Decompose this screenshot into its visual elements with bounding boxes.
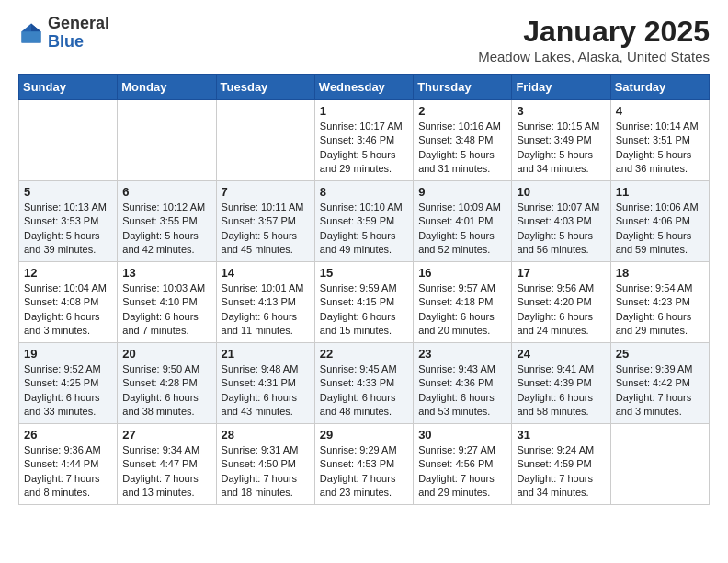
calendar-cell: 23Sunrise: 9:43 AM Sunset: 4:36 PM Dayli… xyxy=(414,343,512,424)
weekday-header-friday: Friday xyxy=(512,75,610,100)
day-info: Sunrise: 9:50 AM Sunset: 4:28 PM Dayligh… xyxy=(122,362,210,419)
day-number: 24 xyxy=(517,347,605,361)
calendar-cell: 22Sunrise: 9:45 AM Sunset: 4:33 PM Dayli… xyxy=(314,343,413,424)
day-info: Sunrise: 9:41 AM Sunset: 4:39 PM Dayligh… xyxy=(517,362,605,419)
day-number: 18 xyxy=(616,266,704,280)
logo-icon xyxy=(18,20,44,46)
day-number: 21 xyxy=(222,347,310,361)
day-number: 2 xyxy=(418,104,506,118)
day-info: Sunrise: 10:15 AM Sunset: 3:49 PM Daylig… xyxy=(517,120,605,177)
day-info: Sunrise: 9:27 AM Sunset: 4:56 PM Dayligh… xyxy=(418,443,506,500)
day-info: Sunrise: 9:54 AM Sunset: 4:23 PM Dayligh… xyxy=(616,282,704,339)
title-area: January 2025 Meadow Lakes, Alaska, Unite… xyxy=(478,15,710,64)
day-info: Sunrise: 9:34 AM Sunset: 4:47 PM Dayligh… xyxy=(122,443,210,500)
day-number: 10 xyxy=(517,185,605,199)
calendar-cell: 13Sunrise: 10:03 AM Sunset: 4:10 PM Dayl… xyxy=(118,262,216,343)
calendar-cell: 3Sunrise: 10:15 AM Sunset: 3:49 PM Dayli… xyxy=(512,100,610,181)
logo: General Blue xyxy=(18,15,109,52)
day-number: 30 xyxy=(418,428,506,442)
calendar-cell: 24Sunrise: 9:41 AM Sunset: 4:39 PM Dayli… xyxy=(512,343,610,424)
day-number: 11 xyxy=(616,185,704,199)
location: Meadow Lakes, Alaska, United States xyxy=(478,49,710,64)
day-info: Sunrise: 9:36 AM Sunset: 4:44 PM Dayligh… xyxy=(24,443,112,500)
calendar-cell: 7Sunrise: 10:11 AM Sunset: 3:57 PM Dayli… xyxy=(216,181,314,262)
day-info: Sunrise: 9:52 AM Sunset: 4:25 PM Dayligh… xyxy=(24,362,112,419)
day-number: 23 xyxy=(418,347,506,361)
day-info: Sunrise: 10:11 AM Sunset: 3:57 PM Daylig… xyxy=(222,201,310,258)
calendar-cell: 30Sunrise: 9:27 AM Sunset: 4:56 PM Dayli… xyxy=(414,424,512,505)
header: General Blue January 2025 Meadow Lakes, … xyxy=(18,15,710,64)
day-info: Sunrise: 9:24 AM Sunset: 4:59 PM Dayligh… xyxy=(517,443,605,500)
calendar-cell: 6Sunrise: 10:12 AM Sunset: 3:55 PM Dayli… xyxy=(118,181,216,262)
calendar-cell: 18Sunrise: 9:54 AM Sunset: 4:23 PM Dayli… xyxy=(610,262,709,343)
day-number: 8 xyxy=(320,185,408,199)
day-info: Sunrise: 10:16 AM Sunset: 3:48 PM Daylig… xyxy=(418,120,506,177)
day-info: Sunrise: 10:04 AM Sunset: 4:08 PM Daylig… xyxy=(24,282,112,339)
day-number: 22 xyxy=(320,347,408,361)
day-number: 5 xyxy=(24,185,112,199)
day-number: 6 xyxy=(122,185,210,199)
day-info: Sunrise: 10:07 AM Sunset: 4:03 PM Daylig… xyxy=(517,201,605,258)
day-number: 14 xyxy=(222,266,310,280)
logo-text: General Blue xyxy=(48,15,109,52)
day-info: Sunrise: 9:31 AM Sunset: 4:50 PM Dayligh… xyxy=(222,443,310,500)
day-number: 25 xyxy=(616,347,704,361)
day-number: 31 xyxy=(517,428,605,442)
calendar-cell: 20Sunrise: 9:50 AM Sunset: 4:28 PM Dayli… xyxy=(118,343,216,424)
day-info: Sunrise: 9:56 AM Sunset: 4:20 PM Dayligh… xyxy=(517,282,605,339)
day-number: 20 xyxy=(122,347,210,361)
month-title: January 2025 xyxy=(478,15,710,49)
weekday-header-tuesday: Tuesday xyxy=(216,75,314,100)
day-info: Sunrise: 10:03 AM Sunset: 4:10 PM Daylig… xyxy=(122,282,210,339)
day-number: 7 xyxy=(222,185,310,199)
day-number: 26 xyxy=(24,428,112,442)
day-info: Sunrise: 10:01 AM Sunset: 4:13 PM Daylig… xyxy=(222,282,310,339)
day-number: 1 xyxy=(320,104,408,118)
day-info: Sunrise: 9:43 AM Sunset: 4:36 PM Dayligh… xyxy=(418,362,506,419)
calendar-cell: 4Sunrise: 10:14 AM Sunset: 3:51 PM Dayli… xyxy=(610,100,709,181)
calendar-cell: 19Sunrise: 9:52 AM Sunset: 4:25 PM Dayli… xyxy=(19,343,118,424)
calendar-cell: 28Sunrise: 9:31 AM Sunset: 4:50 PM Dayli… xyxy=(216,424,314,505)
calendar-cell: 1Sunrise: 10:17 AM Sunset: 3:46 PM Dayli… xyxy=(314,100,413,181)
weekday-header-thursday: Thursday xyxy=(414,75,512,100)
calendar-cell xyxy=(118,100,216,181)
calendar-cell: 17Sunrise: 9:56 AM Sunset: 4:20 PM Dayli… xyxy=(512,262,610,343)
day-info: Sunrise: 9:48 AM Sunset: 4:31 PM Dayligh… xyxy=(222,362,310,419)
svg-rect-2 xyxy=(22,31,41,42)
calendar-cell xyxy=(610,424,709,505)
calendar-cell xyxy=(216,100,314,181)
calendar-cell: 31Sunrise: 9:24 AM Sunset: 4:59 PM Dayli… xyxy=(512,424,610,505)
calendar-cell: 16Sunrise: 9:57 AM Sunset: 4:18 PM Dayli… xyxy=(414,262,512,343)
calendar-cell: 21Sunrise: 9:48 AM Sunset: 4:31 PM Dayli… xyxy=(216,343,314,424)
calendar-cell: 5Sunrise: 10:13 AM Sunset: 3:53 PM Dayli… xyxy=(19,181,118,262)
weekday-header-monday: Monday xyxy=(118,75,216,100)
calendar-cell: 11Sunrise: 10:06 AM Sunset: 4:06 PM Dayl… xyxy=(610,181,709,262)
calendar-cell: 29Sunrise: 9:29 AM Sunset: 4:53 PM Dayli… xyxy=(314,424,413,505)
day-info: Sunrise: 9:29 AM Sunset: 4:53 PM Dayligh… xyxy=(320,443,408,500)
calendar-cell: 25Sunrise: 9:39 AM Sunset: 4:42 PM Dayli… xyxy=(610,343,709,424)
day-info: Sunrise: 10:17 AM Sunset: 3:46 PM Daylig… xyxy=(320,120,408,177)
day-number: 19 xyxy=(24,347,112,361)
day-number: 4 xyxy=(616,104,704,118)
day-info: Sunrise: 9:59 AM Sunset: 4:15 PM Dayligh… xyxy=(320,282,408,339)
day-number: 16 xyxy=(418,266,506,280)
calendar-cell: 26Sunrise: 9:36 AM Sunset: 4:44 PM Dayli… xyxy=(19,424,118,505)
day-info: Sunrise: 9:39 AM Sunset: 4:42 PM Dayligh… xyxy=(616,362,704,419)
weekday-header-wednesday: Wednesday xyxy=(314,75,413,100)
calendar-table: SundayMondayTuesdayWednesdayThursdayFrid… xyxy=(18,74,710,505)
day-info: Sunrise: 10:14 AM Sunset: 3:51 PM Daylig… xyxy=(616,120,704,177)
day-number: 15 xyxy=(320,266,408,280)
day-number: 28 xyxy=(222,428,310,442)
day-number: 13 xyxy=(122,266,210,280)
calendar-cell: 14Sunrise: 10:01 AM Sunset: 4:13 PM Dayl… xyxy=(216,262,314,343)
day-info: Sunrise: 10:09 AM Sunset: 4:01 PM Daylig… xyxy=(418,201,506,258)
weekday-header-saturday: Saturday xyxy=(610,75,709,100)
calendar-cell: 9Sunrise: 10:09 AM Sunset: 4:01 PM Dayli… xyxy=(414,181,512,262)
day-number: 12 xyxy=(24,266,112,280)
calendar-cell xyxy=(19,100,118,181)
calendar-cell: 27Sunrise: 9:34 AM Sunset: 4:47 PM Dayli… xyxy=(118,424,216,505)
day-number: 9 xyxy=(418,185,506,199)
day-info: Sunrise: 10:06 AM Sunset: 4:06 PM Daylig… xyxy=(616,201,704,258)
day-number: 17 xyxy=(517,266,605,280)
day-number: 3 xyxy=(517,104,605,118)
